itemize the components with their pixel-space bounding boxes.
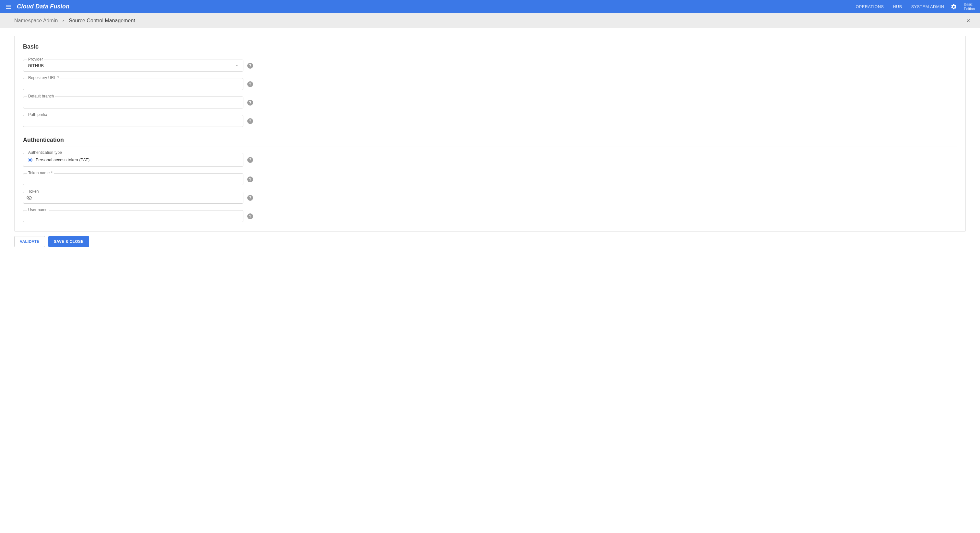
gear-icon [950,3,957,10]
path-prefix-input[interactable] [23,115,243,127]
appbar-divider [961,3,961,11]
label-auth-type: Authentication type [27,150,63,155]
label-user-name: User name [27,208,49,212]
save-close-button[interactable]: SAVE & CLOSE [48,236,89,247]
provider-value: GITHUB [28,63,44,68]
caret-down-icon [235,64,239,67]
token-input[interactable] [23,192,243,204]
label-token: Token [27,189,40,194]
validate-button[interactable]: VALIDATE [14,236,45,247]
help-icon[interactable]: ? [247,195,253,201]
close-icon [966,18,971,23]
auth-type-group: Personal access token (PAT) [23,153,243,167]
provider-select[interactable]: GITHUB [23,60,243,71]
label-provider: Provider [27,57,44,62]
section-title-auth: Authentication [23,136,957,143]
edition-badge: Basic Edition [964,2,977,11]
nav-system-admin[interactable]: SYSTEM ADMIN [907,5,949,9]
token-name-input[interactable] [23,173,243,185]
app-bar: Cloud Data Fusion OPERATIONS HUB SYSTEM … [0,0,980,13]
row-repo-url: Repository URL * ? [23,78,253,90]
nav-operations[interactable]: OPERATIONS [851,5,888,9]
footer-actions: VALIDATE SAVE & CLOSE [0,236,980,257]
section-divider [23,53,957,53]
help-icon[interactable]: ? [247,176,253,182]
auth-type-option-label: Personal access token (PAT) [36,157,89,162]
breadcrumb-current: Source Control Management [69,18,135,24]
config-card: Basic Provider GITHUB ? Repository URL *… [14,36,966,232]
hamburger-menu-button[interactable] [3,2,14,12]
brand-title: Cloud Data Fusion [17,3,69,10]
row-token: Token ? [23,192,253,204]
edition-line1: Basic [964,2,975,6]
help-icon[interactable]: ? [247,157,253,163]
default-branch-input[interactable] [23,97,243,108]
chevron-right-icon [62,19,65,22]
row-token-name: Token name * ? [23,173,253,185]
help-icon[interactable]: ? [247,100,253,106]
row-path-prefix: Path prefix ? [23,115,253,127]
breadcrumb-parent[interactable]: Namespace Admin [14,18,58,24]
row-auth-type: Authentication type Personal access toke… [23,153,253,167]
section-title-basic: Basic [23,43,957,50]
breadcrumb-bar: Namespace Admin Source Control Managemen… [0,13,980,28]
label-path-prefix: Path prefix [27,113,48,117]
user-name-input[interactable] [23,210,243,222]
close-button[interactable] [964,17,972,25]
help-icon[interactable]: ? [247,213,253,219]
hamburger-icon [5,3,12,10]
nav-hub[interactable]: HUB [888,5,907,9]
row-default-branch: Default branch ? [23,97,253,108]
settings-button[interactable] [948,2,959,12]
auth-type-radio-pat[interactable] [28,158,32,162]
label-repo-url: Repository URL * [27,75,60,80]
row-provider: Provider GITHUB ? [23,60,253,71]
visibility-off-icon[interactable] [26,195,32,201]
help-icon[interactable]: ? [247,63,253,69]
label-default-branch: Default branch [27,94,55,98]
section-divider [23,146,957,146]
row-user-name: User name ? [23,210,253,222]
edition-line2: Edition [964,7,975,11]
label-token-name: Token name * [27,171,54,175]
help-icon[interactable]: ? [247,118,253,124]
help-icon[interactable]: ? [247,81,253,87]
